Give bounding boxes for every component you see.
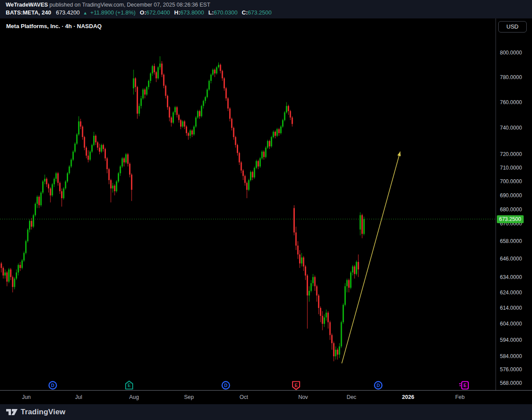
author-name: WeTradeWAVES: [6, 2, 48, 8]
candlestick-chart[interactable]: [0, 18, 496, 390]
header-bar: WeTradeWAVES published on TradingView.co…: [0, 0, 532, 18]
tradingview-logo[interactable]: TradingView: [6, 407, 65, 417]
time-tick-month: Oct: [239, 394, 248, 400]
price-tick-label: 760.0000: [500, 99, 522, 105]
last-price-tag: 673.2500: [497, 215, 524, 223]
up-arrow-icon: ▲: [83, 11, 87, 15]
price-tick-label: 604.0000: [500, 321, 522, 327]
price-tick-label: 614.0000: [500, 305, 522, 311]
chart-canvas[interactable]: Meta Platforms, Inc. · 4h · NASDAQ D E D…: [0, 18, 496, 390]
svg-text:D: D: [376, 383, 380, 388]
time-tick-month: Nov: [298, 394, 308, 400]
low-label: L:: [208, 9, 214, 16]
time-tick-month: Dec: [347, 394, 356, 400]
close-value: 673.2500: [248, 9, 271, 16]
price-tick-label: 780.0000: [500, 74, 522, 80]
trend-arrow-line[interactable]: [342, 152, 400, 363]
earnings-future-icon[interactable]: E: [459, 380, 470, 391]
price-tick-label: 568.0000: [500, 380, 522, 386]
price-tick-label: 624.0000: [500, 290, 522, 296]
low-value: 670.0300: [214, 9, 237, 16]
earnings-beat-icon[interactable]: E: [124, 380, 134, 391]
price-tick-label: 576.0000: [500, 366, 522, 373]
open-label: O:: [140, 9, 146, 16]
price-tick-label: 594.0000: [500, 337, 522, 343]
time-axis[interactable]: JunJulAugSepOctNovDec2026Feb: [0, 390, 532, 404]
high-label: H:: [174, 9, 181, 16]
price-tick-label: 680.0000: [500, 206, 522, 213]
price-tick-label: 700.0000: [500, 178, 522, 185]
price-tick-label: 584.0000: [500, 353, 522, 359]
price-tick-label: 720.0000: [500, 151, 522, 157]
tradingview-logo-icon: [6, 407, 18, 417]
trend-arrow-head: [398, 152, 401, 156]
close-label: C:: [242, 9, 248, 16]
price-tick-label: 646.0000: [500, 256, 522, 262]
dividend-icon[interactable]: D: [47, 380, 58, 391]
time-tick-month: Sep: [184, 394, 194, 400]
svg-text:D: D: [224, 383, 228, 388]
time-tick-month: Feb: [455, 394, 465, 400]
time-tick-month: Aug: [129, 394, 139, 400]
time-tick-year: 2026: [402, 394, 414, 400]
publish-text: published on TradingView.com, December 0…: [48, 2, 210, 8]
publish-info: WeTradeWAVES published on TradingView.co…: [6, 2, 210, 8]
price-tick-label: 800.0000: [500, 50, 522, 56]
chart-legend-title[interactable]: Meta Platforms, Inc. · 4h · NASDAQ: [6, 23, 101, 29]
price-tick-label: 710.0000: [500, 165, 522, 171]
price-tick-label: 740.0000: [500, 125, 522, 131]
svg-text:D: D: [51, 383, 54, 388]
price-tick-label: 658.0000: [500, 238, 522, 244]
open-value: 672.0400: [146, 9, 170, 16]
svg-text:E: E: [294, 383, 297, 388]
footer-bar: TradingView: [0, 404, 532, 420]
price-axis[interactable]: 800.0000780.0000760.0000740.0000720.0000…: [496, 18, 532, 404]
dividend-icon[interactable]: D: [373, 380, 384, 391]
high-value: 673.8000: [180, 9, 204, 16]
price-tick-label: 634.0000: [500, 274, 522, 280]
symbol-interval: BATS:META, 240: [6, 9, 51, 16]
last-price: 673.4200: [56, 9, 80, 16]
svg-text:E: E: [463, 383, 467, 388]
dividend-icon[interactable]: D: [221, 380, 231, 391]
tradingview-snapshot: WeTradeWAVES published on TradingView.co…: [0, 0, 532, 420]
price-change: +11.8900 (+1.8%): [90, 9, 136, 16]
currency-toggle-button[interactable]: USD: [498, 21, 527, 33]
time-tick-month: Jul: [75, 394, 82, 400]
tradingview-logo-text: TradingView: [21, 408, 65, 416]
price-tick-label: 690.0000: [500, 192, 522, 199]
symbol-ohlc-row: BATS:META, 240 673.4200 ▲ +11.8900 (+1.8…: [6, 9, 271, 16]
time-tick-month: Jun: [22, 394, 31, 400]
earnings-miss-icon[interactable]: E: [291, 380, 301, 391]
svg-text:E: E: [127, 383, 130, 388]
